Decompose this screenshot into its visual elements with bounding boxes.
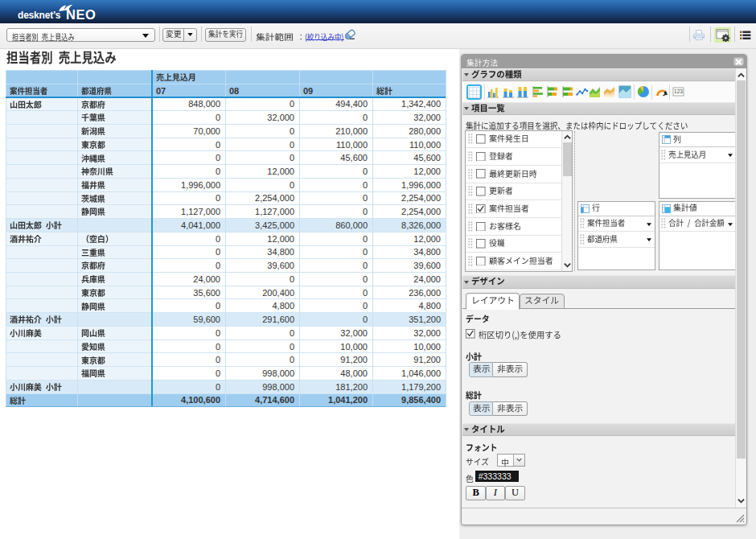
svg-text:123: 123 (674, 88, 683, 94)
